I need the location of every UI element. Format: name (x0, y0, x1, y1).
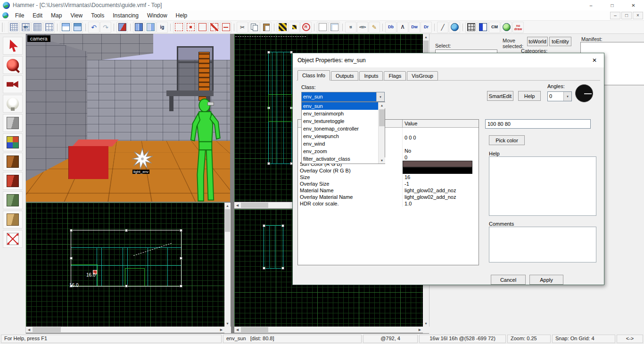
menu-view[interactable]: View (66, 10, 87, 21)
brush-outline-selected[interactable] (264, 225, 283, 269)
selection-handle[interactable] (180, 257, 182, 260)
texture-application-button[interactable] (3, 133, 23, 151)
scrollbar-horizontal[interactable]: ◀ ▶ (26, 327, 224, 333)
show-detail-button[interactable]: Db (385, 22, 396, 33)
toggle-grid-button[interactable] (8, 22, 19, 33)
show-helpers-button[interactable]: Λ (397, 22, 408, 33)
texture-lock-button[interactable]: tl (345, 22, 356, 33)
dropdown-item-env_sun[interactable]: env_sun (302, 102, 378, 110)
smartedit-button[interactable]: SmartEdit (487, 91, 513, 101)
viewport-3d-camera[interactable]: light_env camera (26, 34, 230, 202)
scrollbar-horizontal[interactable]: ◀ ▶ (234, 327, 423, 333)
edit-cordon-button[interactable] (289, 22, 300, 33)
ungroup-button[interactable] (145, 22, 156, 33)
edit-pencil-button[interactable]: ✎ (369, 22, 380, 33)
selection-handle[interactable] (263, 267, 265, 270)
save-window-state-button[interactable] (72, 22, 83, 33)
selection-handle[interactable] (70, 229, 73, 232)
show-hidden-button[interactable] (197, 22, 208, 33)
apply-current-texture-button[interactable] (3, 153, 23, 171)
larger-grid-button[interactable] (43, 22, 55, 33)
to-entity-button[interactable]: toEntity (549, 37, 571, 46)
selection-handle[interactable] (125, 229, 128, 232)
selection-handle[interactable] (125, 285, 128, 287)
scroll-down-icon[interactable]: ▼ (423, 320, 429, 327)
scrollbar-vertical[interactable]: ▲ ▼ (224, 203, 231, 327)
dropdown-item-env_zoom[interactable]: env_zoom (302, 147, 378, 155)
angles-dial[interactable] (575, 84, 593, 102)
copy-button[interactable] (248, 22, 260, 33)
keyvalue-row[interactable]: Overlay Material Name light_glow02_add_n… (298, 194, 479, 200)
to-world-button[interactable]: toWorld (527, 37, 548, 46)
dropdown-item-env_texturetoggle[interactable]: env_texturetoggle (302, 117, 378, 125)
keyvalue-row[interactable]: Size 16 (298, 174, 479, 180)
maximize-button[interactable]: □ (602, 0, 623, 10)
select-groups-button[interactable] (317, 22, 328, 33)
tab-outputs[interactable]: Outputs (331, 71, 359, 81)
menu-file[interactable]: File (11, 10, 28, 21)
chevron-down-icon[interactable]: ▼ (563, 92, 571, 101)
ignore-groups-button[interactable]: ig (157, 22, 168, 33)
menu-instancing[interactable]: Instancing (108, 10, 143, 21)
nodraw-button[interactable]: no draw (512, 22, 524, 33)
load-window-state-button[interactable] (60, 22, 71, 33)
smaller-grid-button[interactable] (32, 22, 43, 33)
mdi-document-icon[interactable] (2, 12, 8, 18)
keyvalue-row[interactable]: Material Name light_glow02_add_noz (298, 187, 479, 194)
cm-button[interactable]: CM (489, 22, 500, 33)
group-button[interactable] (133, 22, 144, 33)
mdi-restore-button[interactable]: □ (621, 12, 632, 19)
mdi-close-button[interactable]: × (633, 12, 643, 19)
selection-handle[interactable] (180, 229, 182, 232)
show-ruler-button[interactable]: Dr (421, 22, 432, 33)
texture-grid-button[interactable] (465, 22, 477, 33)
cordon-button[interactable] (277, 22, 288, 33)
scrollbar-thumb[interactable] (241, 327, 268, 332)
tab-inputs[interactable]: Inputs (359, 71, 383, 81)
menu-window[interactable]: Window (143, 10, 172, 21)
status-resize-grip[interactable]: <-> (617, 335, 643, 343)
scroll-up-icon[interactable]: ▲ (423, 34, 429, 40)
apply-button[interactable]: Apply (529, 275, 563, 285)
hide-unselected-button[interactable] (185, 22, 196, 33)
scroll-down-icon[interactable]: ▼ (379, 157, 385, 164)
dropdown-item-env_tonemap_controller[interactable]: env_tonemap_controller (302, 125, 378, 132)
class-combobox[interactable]: env_sun ▼ (301, 92, 385, 102)
scroll-up-icon[interactable]: ▲ (379, 102, 385, 108)
keyvalue-row[interactable]: HDR color scale. 1.0 (298, 200, 479, 207)
scrollbar-thumb[interactable] (379, 109, 385, 126)
block-tool-button[interactable] (3, 114, 23, 132)
scroll-up-icon[interactable]: ▲ (224, 203, 231, 209)
vertex-tool-button[interactable] (3, 230, 23, 248)
camera-tool-button[interactable] (3, 75, 23, 93)
selection-handle[interactable] (281, 267, 284, 270)
color-value-input[interactable] (485, 119, 591, 129)
mdi-minimize-button[interactable]: – (610, 12, 620, 19)
dropdown-item-env_terrainmorph[interactable]: env_terrainmorph (302, 110, 378, 117)
menu-edit[interactable]: Edit (28, 10, 47, 21)
scroll-left-icon[interactable]: ◀ (234, 327, 240, 333)
texture-scale-lock-button[interactable]: <tl> (357, 22, 368, 33)
paste-button[interactable] (260, 22, 272, 33)
scrollbar-thumb[interactable] (225, 209, 230, 232)
light-sprite-icon[interactable] (132, 148, 153, 170)
comments-box[interactable] (489, 227, 596, 262)
hide-selected-button[interactable] (173, 22, 184, 33)
toolbar-grip[interactable] (2, 23, 5, 32)
dialog-titlebar[interactable]: Object Properties: env_sun ✕ (293, 53, 604, 67)
undo-button[interactable]: ↶ (88, 22, 99, 33)
move-to-world-button[interactable] (220, 22, 231, 33)
help-button[interactable]: Help (518, 91, 541, 101)
select-objects-button[interactable] (329, 22, 340, 33)
tab-class-info[interactable]: Class Info (297, 70, 330, 81)
menu-map[interactable]: Map (47, 10, 66, 21)
decal-tool-button[interactable] (3, 172, 23, 190)
scroll-left-icon[interactable]: ◀ (234, 202, 240, 208)
dropdown-item-env_wind[interactable]: env_wind (302, 140, 378, 147)
dropdown-scrollbar[interactable]: ▲ ▼ (378, 102, 385, 164)
tab-flags[interactable]: Flags (384, 71, 406, 81)
angle-snap-button[interactable]: ╱ (437, 22, 448, 33)
radius-culling-button[interactable]: R (300, 22, 312, 33)
selection-tool-button[interactable] (3, 37, 23, 55)
selection-handle[interactable] (281, 224, 284, 227)
